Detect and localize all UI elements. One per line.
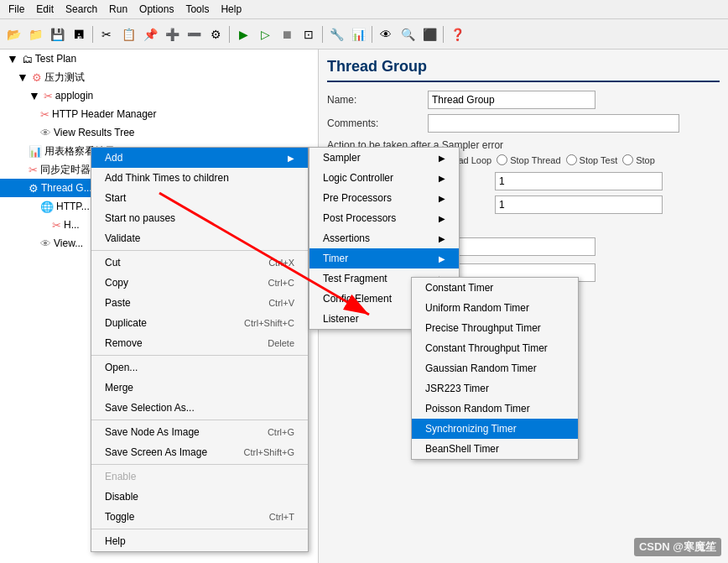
radio-stop-test[interactable]: Stop Test [566, 154, 618, 165]
timer-constant-throughput[interactable]: Constant Throughput Timer [412, 338, 578, 358]
context-menu: Add ▶ Add Think Times to children Start … [91, 147, 309, 552]
menu-merge[interactable]: Merge [91, 378, 308, 398]
toolbar-new[interactable]: 📂 [3, 24, 23, 44]
toolbar-monitor[interactable]: 👁 [376, 24, 396, 44]
toolbar-clear[interactable]: ⬛ [419, 24, 439, 44]
menu-start[interactable]: Start [91, 188, 308, 208]
tree-label: HTTP Header Manager [52, 108, 157, 120]
sep4 [372, 26, 372, 43]
menu-copy[interactable]: Copy Ctrl+C [91, 273, 308, 293]
tree-label: 同步定时器 [40, 163, 91, 177]
tree-label: 压力测试 [44, 70, 85, 85]
menu-validate[interactable]: Validate [91, 228, 308, 248]
toolbar-search[interactable]: 🔍 [398, 24, 418, 44]
toolbar: 📂 📁 💾 🖪 ✂ 📋 📌 ➕ ➖ ⚙ ▶ ▷ ⏹ ⊡ 🔧 📊 👁 🔍 ⬛ ❓ [0, 19, 728, 50]
menu-paste[interactable]: Paste Ctrl+V [91, 293, 308, 313]
menu-help[interactable]: Help [91, 531, 308, 551]
applogin-icon: ▼ [29, 89, 40, 102]
add-sampler[interactable]: Sampler ▶ [309, 148, 459, 168]
sep2 [91, 355, 308, 356]
assertions-arrow-icon: ▶ [439, 234, 445, 243]
menu-run[interactable]: Run [104, 2, 133, 17]
sep3 [322, 26, 323, 43]
menu-save-screen-image[interactable]: Save Screen As Image Ctrl+Shift+G [91, 442, 308, 462]
menu-add[interactable]: Add ▶ [91, 148, 308, 168]
tree-test-plan[interactable]: ▼ 🗂 Test Plan [0, 50, 318, 68]
timer-gaussian-random[interactable]: Gaussian Random Timer [412, 358, 578, 378]
tree-view-results[interactable]: 👁 View Results Tree [0, 123, 318, 142]
menu-edit[interactable]: Edit [31, 2, 59, 17]
toolbar-copy[interactable]: 📋 [118, 24, 138, 44]
comments-input[interactable] [428, 114, 679, 133]
tree-applogin[interactable]: ▼ ✂ applogin [0, 86, 318, 105]
toolbar-play[interactable]: ▶ [233, 24, 253, 44]
sep3 [91, 420, 308, 420]
submenu-timer: Constant Timer Uniform Random Timer Prec… [411, 277, 579, 460]
menu-start-no-pauses[interactable]: Start no pauses [91, 208, 308, 228]
add-post-processors[interactable]: Post Processors ▶ [309, 208, 459, 228]
timer-uniform-random[interactable]: Uniform Random Timer [412, 298, 578, 318]
tree-http-header[interactable]: ✂ HTTP Header Manager [0, 105, 318, 123]
menu-save-selection[interactable]: Save Selection As... [91, 398, 308, 418]
radio-stop-thread[interactable]: Stop Thread [497, 154, 560, 165]
users-input[interactable] [495, 172, 663, 190]
toolbar-stop[interactable]: ⏹ [277, 24, 297, 44]
timer-beanshell[interactable]: BeanShell Timer [412, 439, 578, 459]
timer-synchronizing[interactable]: Synchronizing Timer [412, 419, 578, 439]
toolbar-chart[interactable]: 📊 [348, 24, 368, 44]
menu-save-node-image[interactable]: Save Node As Image Ctrl+G [91, 422, 308, 442]
menu-options[interactable]: Options [134, 2, 179, 17]
tree-pressure-test[interactable]: ▼ ⚙ 压力测试 [0, 68, 318, 86]
comments-label: Comments: [327, 117, 428, 129]
toolbar-stop2[interactable]: ⊡ [299, 24, 319, 44]
tree-label: HTTP... [56, 201, 90, 212]
add-pre-processors[interactable]: Pre Processors ▶ [309, 188, 459, 208]
radio-stop[interactable]: Stop [622, 154, 655, 165]
tree-label: Thread G... [41, 182, 92, 194]
sep2 [229, 26, 230, 43]
testplan-icon: ▼ [7, 52, 18, 65]
add-timer[interactable]: Timer ▶ [309, 248, 459, 268]
name-input[interactable] [428, 91, 595, 109]
menu-open[interactable]: Open... [91, 357, 308, 378]
sep5 [443, 26, 444, 43]
menu-search[interactable]: Search [60, 2, 102, 17]
pressure-icon: ▼ [17, 70, 29, 84]
menu-tools[interactable]: Tools [180, 2, 214, 17]
toolbar-save2[interactable]: 🖪 [69, 24, 89, 44]
menu-cut[interactable]: Cut Ctrl+X [91, 253, 308, 273]
menu-help[interactable]: Help [216, 2, 247, 17]
toolbar-cut[interactable]: ✂ [96, 24, 117, 44]
toolbar-open[interactable]: 📁 [25, 24, 45, 44]
menu-file[interactable]: File [3, 2, 29, 17]
toolbar-expand[interactable]: ➕ [162, 24, 182, 44]
menu-remove[interactable]: Remove Delete [91, 333, 308, 353]
timer-poisson-random[interactable]: Poisson Random Timer [412, 399, 578, 419]
tree-label: applogin [55, 90, 93, 102]
add-logic-controller[interactable]: Logic Controller ▶ [309, 168, 459, 188]
menubar: File Edit Search Run Options Tools Help [0, 0, 728, 19]
timer-jsr223[interactable]: JSR223 Timer [412, 378, 578, 399]
timer-constant[interactable]: Constant Timer [412, 278, 578, 298]
menu-enable: Enable [91, 467, 308, 487]
sep1 [91, 250, 308, 251]
ramp-input[interactable] [495, 195, 663, 214]
menu-duplicate[interactable]: Duplicate Ctrl+Shift+C [91, 313, 308, 333]
toolbar-paste[interactable]: 📌 [140, 24, 160, 44]
sampler-arrow-icon: ▶ [439, 154, 445, 163]
toolbar-tools[interactable]: 🔧 [326, 24, 346, 44]
menu-disable[interactable]: Disable [91, 487, 308, 507]
timer-precise-throughput[interactable]: Precise Throughput Timer [412, 318, 578, 338]
sep5 [91, 529, 308, 529]
toolbar-save[interactable]: 💾 [47, 24, 67, 44]
add-assertions[interactable]: Assertions ▶ [309, 228, 459, 248]
add-arrow-icon: ▶ [288, 154, 294, 163]
toolbar-help[interactable]: ❓ [447, 24, 467, 44]
menu-add-think-times[interactable]: Add Think Times to children [91, 168, 308, 188]
toolbar-collapse[interactable]: ➖ [184, 24, 204, 44]
timer-arrow-icon: ▶ [439, 254, 445, 263]
toolbar-settings[interactable]: ⚙ [205, 24, 226, 44]
logic-arrow-icon: ▶ [439, 174, 445, 183]
menu-toggle[interactable]: Toggle Ctrl+T [91, 507, 308, 527]
toolbar-play2[interactable]: ▷ [255, 24, 275, 44]
